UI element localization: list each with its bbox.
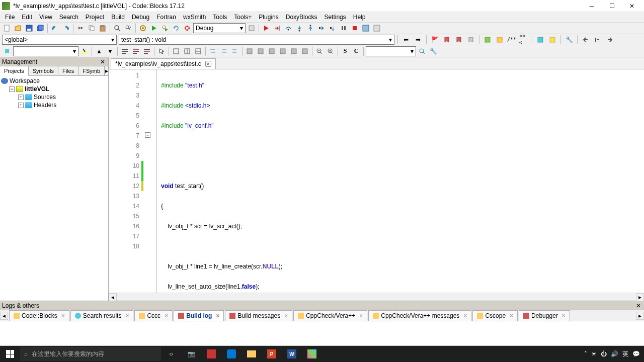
explorer-icon[interactable] [242,346,262,362]
tray-notification-icon[interactable]: 💬 [632,350,640,357]
tab-close-icon[interactable]: × [205,61,211,67]
logs-tab-cccc[interactable]: Cccc× [134,310,173,321]
replace-icon[interactable] [123,23,133,33]
rebuild-icon[interactable] [171,23,181,33]
open-file-icon[interactable] [13,23,23,33]
find-icon[interactable] [112,23,122,33]
jump-back-icon[interactable] [581,35,591,45]
abort-icon[interactable] [182,23,192,33]
save-all-icon[interactable] [35,23,45,33]
collapse-icon[interactable]: − [9,86,15,92]
doxy-run-icon[interactable] [535,35,545,45]
cut-icon[interactable]: ✂ [75,23,86,33]
editor-search-dropdown[interactable]: ▾ [366,46,416,56]
management-close-icon[interactable]: ✕ [99,58,106,65]
build-target-dropdown[interactable]: Debug▾ [193,23,246,33]
highlight-icon[interactable] [79,46,90,56]
code-content[interactable]: #include "test.h" #include <stdio.h> #in… [157,69,644,293]
comment-line-icon[interactable]: **< [519,35,529,45]
tab-projects[interactable]: Projects [0,66,29,76]
editor-tab-test-c[interactable]: *lv_examples\lv_apps\test\test.c × [111,58,216,69]
logs-tab-codeblocks[interactable]: Code::Blocks× [9,310,69,321]
next-instr-icon[interactable] [316,23,327,33]
menu-view[interactable]: View [36,13,55,22]
find-in-editor-icon[interactable] [417,46,427,56]
new-file-icon[interactable] [2,23,12,33]
logs-tab-cppcheckmsg[interactable]: CppCheck/Vera++ messages× [368,310,471,321]
menu-tools[interactable]: Tools [210,13,230,22]
sel-prev-icon[interactable]: ▲ [94,46,104,56]
win3-icon[interactable] [267,46,277,56]
doxy-html-icon[interactable] [547,35,557,45]
doxy-settings-icon[interactable]: 🔧 [564,35,574,45]
tray-volume-icon[interactable]: 🔊 [611,350,618,357]
scroll-left-icon[interactable]: ◂ [109,293,117,301]
app-task-icon[interactable] [201,346,221,362]
run-to-cursor-icon[interactable] [272,23,282,33]
tree-sources-folder[interactable]: + Sources [1,93,107,101]
codeblocks-task-icon[interactable] [302,346,322,362]
win1-icon[interactable] [245,46,255,56]
menu-toolsplus[interactable]: Tools+ [231,13,255,22]
expand-icon[interactable]: + [18,103,24,108]
camera-icon[interactable]: 📷 [181,346,201,362]
search-dropdown[interactable]: ▾ [13,46,78,56]
menu-project[interactable]: Project [83,13,107,22]
menu-plugins[interactable]: Plugins [256,13,281,22]
undo-icon[interactable] [50,23,60,33]
tray-chevron-icon[interactable]: ˄ [584,350,587,357]
jump-last-icon[interactable] [593,35,603,45]
cortana-icon[interactable]: ○ [161,346,181,362]
doxy2-icon[interactable] [495,35,505,45]
system-tray[interactable]: ˄ ☀ ⏻ 🔊 英 💬 [584,350,644,358]
scroll-right-icon[interactable]: ▸ [636,293,644,301]
debug-run-icon[interactable] [261,23,271,33]
paste-icon[interactable] [98,23,108,33]
tree-workspace[interactable]: Workspace [1,77,107,85]
menu-build[interactable]: Build [108,13,128,22]
indent3-icon[interactable] [230,46,240,56]
menu-file[interactable]: File [2,13,18,22]
nav-fwd-icon[interactable]: ➡ [413,35,423,45]
win6-icon[interactable] [300,46,310,56]
block1-icon[interactable] [171,46,181,56]
nav-back-icon[interactable]: ⬅ [401,35,411,45]
code-editor[interactable]: 1 2 3 4 5 6 7− 8 9 10 11 12 13 14 15 16 … [109,69,644,293]
logs-tab-search[interactable]: Search results× [70,310,134,321]
minimize-button[interactable]: ─ [582,1,602,12]
tab-fsymb[interactable]: FSymb [78,66,105,75]
tool-misc-icon[interactable] [2,46,12,56]
copy-icon[interactable] [87,23,97,33]
zoom-in-icon[interactable] [326,46,336,56]
step-over-icon[interactable] [283,23,293,33]
sel-next-icon[interactable]: ▼ [105,46,115,56]
logs-content[interactable] [0,321,644,345]
stop-debug-icon[interactable] [350,23,360,33]
menu-fortran[interactable]: Fortran [153,13,179,22]
doxy1-icon[interactable] [482,35,493,45]
start-button[interactable] [0,346,20,362]
block2-icon[interactable] [182,46,192,56]
tray-power-icon[interactable]: ⏻ [601,350,607,357]
bookmark-prev-icon[interactable] [442,35,452,45]
step-out-icon[interactable] [305,23,315,33]
logs-scroll-right-icon[interactable]: ▸ [636,312,644,320]
maximize-button[interactable]: ☐ [602,1,622,12]
logs-tab-cppcheck[interactable]: CppCheck/Vera++× [293,310,367,321]
source-s-icon[interactable]: S [340,46,350,56]
menu-wxsmith[interactable]: wxSmith [180,13,209,22]
win4-icon[interactable] [278,46,288,56]
horizontal-scrollbar[interactable]: ◂ ▸ [109,293,644,301]
scope-dropdown[interactable]: <global>▾ [2,35,117,45]
source-c-icon[interactable]: C [351,46,361,56]
edge-icon[interactable] [221,346,242,362]
menu-doxyblocks[interactable]: DoxyBlocks [283,13,320,22]
powerpoint-icon[interactable]: P [262,346,282,362]
indent2-icon[interactable] [219,46,229,56]
logs-tab-buildmsg[interactable]: Build messages× [225,310,292,321]
tree-headers-folder[interactable]: + Headers [1,101,107,109]
tray-ime-icon[interactable]: 英 [622,350,628,358]
text2-icon[interactable] [131,46,141,56]
expand-icon[interactable]: + [18,95,24,100]
taskbar-search[interactable]: ⌕ 在这里输入你要搜索的内容 [20,347,161,361]
